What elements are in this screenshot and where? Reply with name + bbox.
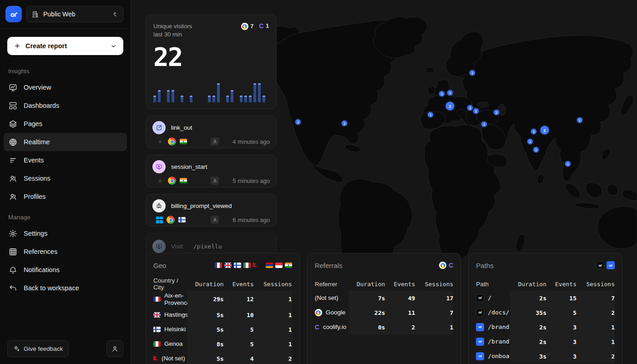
map-dot[interactable]: 2 — [446, 102, 455, 111]
sidebar-item-realtime[interactable]: Realtime — [4, 133, 127, 151]
sidebar-item-notifications[interactable]: Notifications — [4, 261, 127, 279]
sidebar-item-profiles[interactable]: Profiles — [4, 187, 127, 206]
map-dot[interactable]: 1 — [481, 121, 487, 127]
table-row[interactable]: oı'/brand... 2s 3 1 — [476, 334, 615, 349]
row-sessions: 2 — [576, 349, 615, 364]
openpanel-favicon-blue: oı' — [607, 261, 615, 269]
map-dot[interactable]: 1 — [428, 112, 433, 117]
sidebar-item-pages[interactable]: Pages — [4, 115, 127, 133]
map-dot-count: 1 — [529, 140, 531, 143]
event-card-session_start[interactable]: session_start A 5 minutes ago — [146, 155, 277, 187]
row-duration: 5s — [187, 351, 224, 364]
map-dot-count: 1 — [297, 121, 299, 124]
sidebar-item-overview[interactable]: Overview — [4, 78, 127, 96]
event-meta-icons — [156, 216, 211, 224]
pages-icon — [8, 120, 17, 128]
sidebar-item-label: Realtime — [24, 138, 50, 146]
sidebar-item-back-to-workspace[interactable]: Back to workspace — [4, 279, 127, 297]
logo-text: oı' — [10, 10, 17, 18]
row-sessions: 17 — [415, 291, 453, 305]
flag-it-icon — [153, 341, 161, 347]
paths-table-card: Paths oı'oı' Path Duration Events Sessio… — [468, 253, 622, 364]
map-dot[interactable]: 1 — [533, 147, 539, 152]
map-dot-count: 1 — [430, 113, 431, 116]
map-dot-count: 1 — [475, 110, 477, 113]
map-dot[interactable]: 1 — [565, 161, 571, 167]
map-dot[interactable]: 1 — [447, 90, 453, 96]
table-row[interactable]: Ccoolify.io 0s 2 1 — [315, 320, 454, 334]
apple-icon — [156, 177, 164, 185]
sidebar: oı' Public Web Create report InsightsOve… — [0, 0, 131, 364]
column-header: Duration — [349, 277, 385, 291]
table-title: Geo — [153, 262, 166, 269]
table-row[interactable]: Helsinki 5s 5 1 — [153, 322, 292, 337]
visitor-bar — [231, 90, 233, 102]
table-row[interactable]: Google 22s 11 7 — [315, 305, 454, 320]
map-dot[interactable]: 1 — [494, 110, 499, 115]
table-row[interactable]: (Not set) 7s 49 17 — [315, 291, 454, 305]
coolify-icon: C — [449, 262, 453, 268]
workspace-selector[interactable]: Public Web — [26, 6, 123, 22]
visitor-bar — [263, 96, 265, 102]
row-events: 10 — [224, 308, 254, 322]
row-duration: 8s — [187, 337, 224, 351]
row-sessions: 7 — [415, 305, 453, 320]
sidebar-item-label: Overview — [24, 84, 51, 91]
back-icon — [8, 284, 17, 293]
sidebar-item-settings[interactable]: Settings — [4, 224, 127, 243]
sidebar-header: oı' Public Web — [0, 0, 131, 29]
event-time: 6 minutes ago — [233, 217, 270, 223]
nav-group: SettingsReferencesNotificationsBack to w… — [0, 224, 131, 297]
table-row[interactable]: oı'/ 2s 15 7 — [476, 291, 615, 305]
event-card-billing_prompt_viewed[interactable]: billing_prompt_viewed A 6 minutes ago — [146, 194, 277, 227]
user-menu-button[interactable] — [106, 340, 123, 357]
visitor-bar — [172, 90, 174, 102]
table-row[interactable]: oı'/onboa... 3s 3 2 — [476, 349, 615, 364]
sidebar-item-label: Events — [24, 157, 44, 164]
table-row[interactable]: oı'/brand... 2s 3 1 — [476, 320, 615, 334]
table-row[interactable]: Genoa 8s 5 1 — [153, 337, 292, 351]
map-dot[interactable]: 1 — [295, 119, 301, 125]
workspace-name: Public Web — [43, 10, 107, 18]
monitor-icon — [152, 240, 166, 253]
table-header-icons — [215, 263, 292, 268]
sidebar-item-sessions[interactable]: Sessions — [4, 169, 127, 187]
sidebar-item-label: Notifications — [24, 266, 60, 273]
map-dot[interactable]: 1 — [467, 105, 473, 111]
map-dot[interactable]: 1 — [342, 121, 347, 126]
row-sessions: 7 — [576, 291, 615, 305]
give-feedback-button[interactable]: Give feedback — [7, 340, 69, 357]
flag-in-icon — [285, 263, 292, 268]
event-card-link_out[interactable]: link_out A 4 minutes ago — [146, 116, 277, 148]
flag-am-icon — [266, 263, 273, 268]
flag-fr-icon — [153, 297, 161, 302]
overview-icon — [8, 83, 17, 92]
event-name: link_out — [171, 124, 192, 131]
flag-gb-icon — [153, 312, 161, 318]
sidebar-item-references[interactable]: References — [4, 243, 127, 261]
table-row[interactable]: Hastings 5s 10 1 — [153, 308, 292, 322]
app-logo[interactable]: oı' — [5, 6, 22, 22]
map-dot[interactable]: 1 — [439, 91, 445, 96]
sidebar-item-events[interactable]: Events — [4, 151, 127, 169]
map-dot[interactable]: 1 — [470, 70, 475, 76]
sidebar-item-label: Dashboards — [24, 102, 59, 109]
openpanel-favicon-dark: oı' — [476, 294, 484, 302]
table-row[interactable]: Aix-en-Provence 29s 12 1 — [153, 291, 292, 308]
coolify-icon: C — [259, 23, 263, 29]
table-header-icons: C — [439, 262, 453, 269]
create-report-button[interactable]: Create report — [7, 37, 123, 55]
map-dot[interactable]: 1 — [473, 108, 479, 114]
column-header: Duration — [510, 277, 546, 291]
monitor-play-icon — [152, 160, 166, 173]
table-row[interactable]: (Not set) 5s 4 2 — [153, 351, 292, 364]
map-dot[interactable]: 2 — [541, 126, 549, 135]
sidebar-item-dashboards[interactable]: Dashboards — [4, 96, 127, 115]
building-icon — [31, 10, 39, 18]
map-dot[interactable]: 1 — [577, 117, 582, 123]
flag-in-icon — [180, 178, 187, 183]
map-dot[interactable]: 1 — [527, 139, 533, 144]
row-duration: 3s — [510, 349, 546, 364]
map-dot[interactable]: 1 — [531, 129, 536, 134]
table-row[interactable]: oı'/docs/... 35s 5 2 — [476, 305, 615, 320]
